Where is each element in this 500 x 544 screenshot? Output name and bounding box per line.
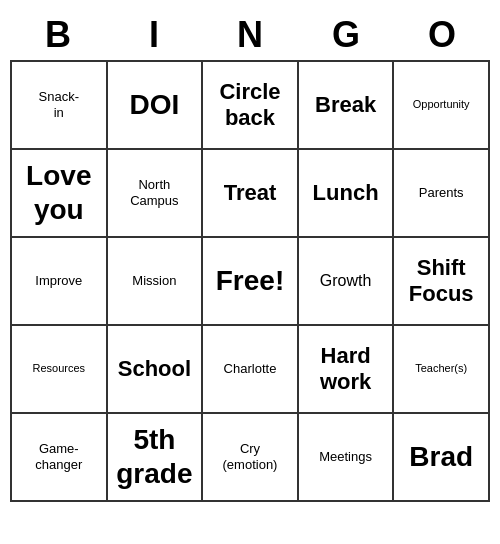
bingo-cell: Growth (299, 238, 395, 326)
header-letter: O (394, 10, 490, 60)
bingo-cell: 5thgrade (108, 414, 204, 502)
bingo-cell: Hardwork (299, 326, 395, 414)
bingo-cell: Charlotte (203, 326, 299, 414)
bingo-header: BINGO (10, 10, 490, 60)
cell-text: Treat (224, 180, 277, 206)
bingo-card: BINGO Snack-inDOICirclebackBreakOpportun… (10, 10, 490, 502)
cell-text: Teacher(s) (415, 362, 467, 375)
header-letter: N (202, 10, 298, 60)
bingo-cell: Teacher(s) (394, 326, 490, 414)
cell-text: Resources (33, 362, 86, 375)
header-letter: B (10, 10, 106, 60)
bingo-cell: Meetings (299, 414, 395, 502)
bingo-cell: School (108, 326, 204, 414)
cell-text: School (118, 356, 191, 382)
bingo-cell: Snack-in (12, 62, 108, 150)
cell-text: Meetings (319, 449, 372, 465)
cell-text: 5thgrade (116, 423, 192, 490)
bingo-cell: Circleback (203, 62, 299, 150)
cell-text: Cry(emotion) (223, 441, 278, 472)
header-letter: I (106, 10, 202, 60)
bingo-cell: Lunch (299, 150, 395, 238)
cell-text: Lunch (313, 180, 379, 206)
bingo-cell: Brad (394, 414, 490, 502)
bingo-cell: Break (299, 62, 395, 150)
cell-text: Hardwork (320, 343, 371, 396)
cell-text: Opportunity (413, 98, 470, 111)
bingo-cell: DOI (108, 62, 204, 150)
cell-text: Improve (35, 273, 82, 289)
bingo-cell: Mission (108, 238, 204, 326)
cell-text: Brad (409, 440, 473, 474)
cell-text: Parents (419, 185, 464, 201)
cell-text: Circleback (219, 79, 280, 132)
cell-text: Game-changer (35, 441, 82, 472)
bingo-grid: Snack-inDOICirclebackBreakOpportunityLov… (10, 60, 490, 502)
bingo-cell: Parents (394, 150, 490, 238)
bingo-cell: Opportunity (394, 62, 490, 150)
bingo-cell: Game-changer (12, 414, 108, 502)
cell-text: Growth (320, 271, 372, 290)
cell-text: Break (315, 92, 376, 118)
bingo-cell: Loveyou (12, 150, 108, 238)
cell-text: Free! (216, 264, 284, 298)
cell-text: DOI (130, 88, 180, 122)
bingo-cell: Free! (203, 238, 299, 326)
cell-text: NorthCampus (130, 177, 178, 208)
bingo-cell: Cry(emotion) (203, 414, 299, 502)
bingo-cell: Treat (203, 150, 299, 238)
bingo-cell: Improve (12, 238, 108, 326)
cell-text: Loveyou (26, 159, 91, 226)
cell-text: Snack-in (39, 89, 79, 120)
cell-text: ShiftFocus (409, 255, 474, 308)
cell-text: Charlotte (224, 361, 277, 377)
header-letter: G (298, 10, 394, 60)
bingo-cell: ShiftFocus (394, 238, 490, 326)
bingo-cell: NorthCampus (108, 150, 204, 238)
bingo-cell: Resources (12, 326, 108, 414)
cell-text: Mission (132, 273, 176, 289)
